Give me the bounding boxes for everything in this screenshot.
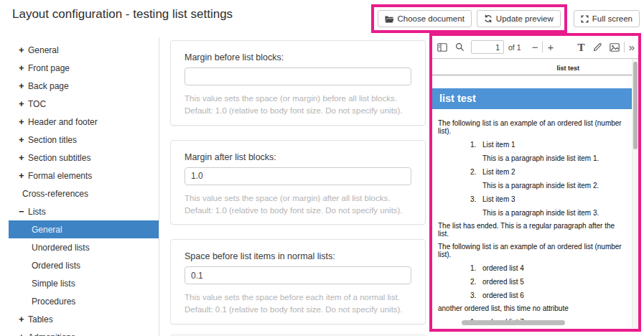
zoom-out-button[interactable]: −: [532, 41, 538, 53]
sidebar-item-ordered-lists[interactable]: Ordered lists: [9, 256, 159, 274]
setting-label: Margin before list blocks:: [185, 52, 411, 62]
page-title: Layout configuration - testing list sett…: [12, 7, 233, 22]
expand-plus-icon[interactable]: +: [19, 152, 28, 163]
collapse-minus-icon[interactable]: −: [19, 206, 28, 217]
sidebar-item-front-page[interactable]: +Front page: [9, 59, 159, 77]
sidebar-item-toc[interactable]: +TOC: [9, 95, 159, 113]
expand-plus-icon[interactable]: +: [19, 116, 28, 127]
image-tool-icon[interactable]: [610, 43, 620, 52]
doc-list-item: 3.List item 3: [465, 195, 626, 203]
more-tools-button[interactable]: »: [629, 41, 633, 53]
vertical-scrollbar-thumb[interactable]: [633, 62, 638, 149]
setting-label: Margin after list blocks:: [185, 152, 411, 162]
expand-plus-icon[interactable]: +: [19, 45, 28, 55]
zoom-in-button[interactable]: +: [547, 41, 554, 53]
page-number-input[interactable]: [471, 40, 504, 54]
setting-input[interactable]: [185, 266, 411, 284]
sidebar-item-label: General: [32, 225, 62, 235]
toolbar-divider: [542, 42, 543, 52]
setting-input[interactable]: [185, 67, 411, 85]
expand-plus-icon[interactable]: +: [19, 80, 28, 91]
setting-help-text: This value sets the space (or margin) be…: [185, 93, 411, 118]
sidebar-item-procedures[interactable]: Procedures: [9, 292, 159, 310]
vertical-scrollbar[interactable]: [632, 59, 638, 328]
doc-list-number: 3.: [465, 291, 482, 299]
pencil-tool-icon[interactable]: [593, 42, 602, 52]
expand-plus-icon[interactable]: +: [19, 314, 28, 325]
sidebar-item-label: Tables: [28, 314, 53, 325]
sidebar-item-label: Section subtitles: [28, 153, 90, 163]
search-icon[interactable]: [455, 42, 465, 52]
doc-list-number: 2.: [465, 168, 482, 176]
pdf-page: list test list test The following list i…: [432, 59, 638, 328]
doc-ordered-list: 1.List item 1This is a paragraph inside …: [438, 141, 626, 217]
text-tool-button[interactable]: T: [578, 42, 585, 53]
sidebar-item-section-titles[interactable]: +Section titles: [9, 131, 159, 149]
setting-help-text: This value sets the space before each it…: [185, 291, 411, 317]
sidebar-toggle-icon[interactable]: [437, 43, 447, 52]
update-preview-label: Update preview: [496, 14, 554, 23]
doc-list-item-paragraph: This is a paragraph inside list item 3.: [482, 209, 626, 217]
horizontal-scrollbar-thumb[interactable]: [462, 320, 565, 325]
setting-card: Margin after list blocks:This value sets…: [170, 140, 426, 225]
sidebar-item-admonitions[interactable]: +Admonitions: [9, 328, 159, 336]
sidebar-item-label: Front page: [28, 63, 70, 73]
form-column: Margin before list blocks:This value set…: [170, 40, 426, 336]
sidebar-item-label: Procedures: [32, 297, 75, 307]
sidebar-item-general[interactable]: +General: [9, 41, 159, 59]
doc-list-item-text: List item 1: [482, 141, 515, 149]
update-preview-button[interactable]: Update preview: [477, 10, 561, 27]
doc-paragraph: The list has ended. This is a regular pa…: [438, 222, 626, 238]
full-screen-button[interactable]: Full screen: [574, 10, 640, 27]
expand-plus-icon[interactable]: +: [19, 332, 28, 336]
annotation-highlight-buttons: Choose document Update preview: [371, 4, 567, 33]
sidebar-item-label: Ordered lists: [32, 261, 80, 271]
doc-heading: list test: [432, 88, 632, 109]
preview-panel: of 1 − + T » list test list test The fol…: [429, 33, 641, 332]
sidebar-item-general[interactable]: General: [9, 220, 159, 238]
sidebar-item-label: Cross-references: [22, 189, 88, 199]
expand-plus-icon[interactable]: +: [19, 62, 28, 73]
refresh-icon: [484, 14, 493, 23]
sidebar-item-label: TOC: [28, 99, 46, 109]
header-actions: Choose document Update preview Full scre…: [371, 4, 640, 33]
toolbar-divider: [624, 42, 625, 52]
sidebar-item-formal-elements[interactable]: +Formal elements: [9, 167, 159, 185]
expand-plus-icon[interactable]: +: [19, 98, 28, 109]
setting-input[interactable]: [185, 167, 411, 185]
sidebar-item-label: Lists: [28, 207, 46, 217]
doc-header-rule: [432, 75, 632, 75]
doc-list-item-text: ordered list 6: [482, 291, 524, 299]
doc-list-item: 3.ordered list 6: [465, 291, 626, 299]
doc-list-item: 1.ordered list 4: [465, 264, 626, 272]
doc-list-item-text: List item 3: [482, 195, 515, 203]
sidebar-item-section-subtitles[interactable]: +Section subtitles: [9, 149, 159, 167]
doc-ordered-list: 1.ordered list 42.ordered list 53.ordere…: [438, 264, 626, 299]
sidebar-item-lists[interactable]: −Lists: [9, 202, 159, 220]
sidebar-item-label: Unordered lists: [32, 243, 90, 253]
doc-paragraph: The following list is an example of an o…: [438, 243, 626, 258]
sidebar-item-cross-references[interactable]: Cross-references: [9, 185, 159, 202]
sidebar-item-label: Admonitions: [28, 332, 75, 336]
sidebar-item-label: Header and footer: [28, 117, 98, 127]
doc-list-number: 3.: [465, 195, 482, 203]
sidebar-item-label: Back page: [28, 81, 69, 91]
sidebar-item-label: Simple lists: [32, 279, 75, 289]
pdf-toolbar: of 1 − + T »: [432, 36, 638, 59]
sidebar-item-label: Formal elements: [28, 171, 92, 181]
choose-document-button[interactable]: Choose document: [378, 10, 472, 27]
sidebar-item-header-and-footer[interactable]: +Header and footer: [9, 113, 159, 131]
setting-help-text: This value sets the space (or margin) af…: [185, 192, 411, 218]
expand-plus-icon[interactable]: +: [19, 134, 28, 145]
setting-card: Space before list items in normal lists:…: [170, 239, 426, 325]
choose-document-label: Choose document: [398, 14, 465, 23]
sidebar-item-back-page[interactable]: +Back page: [9, 77, 159, 95]
sidebar-tree: +General+Front page+Back page+TOC+Header…: [9, 41, 159, 336]
fullscreen-icon: [581, 15, 589, 23]
sidebar-item-unordered-lists[interactable]: Unordered lists: [9, 238, 159, 256]
expand-plus-icon[interactable]: +: [19, 170, 28, 181]
sidebar-item-simple-lists[interactable]: Simple lists: [9, 274, 159, 292]
doc-list-number: 2.: [465, 278, 482, 286]
doc-list-item-text: ordered list 4: [482, 264, 524, 272]
sidebar-item-tables[interactable]: +Tables: [9, 310, 159, 328]
